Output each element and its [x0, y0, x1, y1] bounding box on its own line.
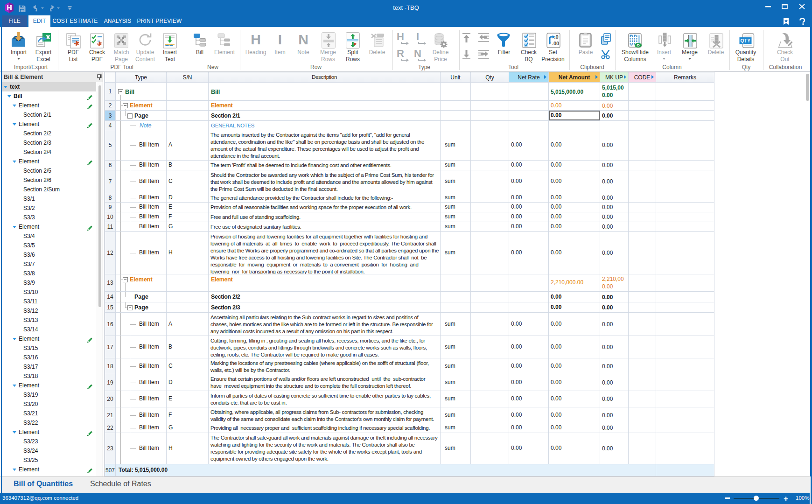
svg-text:I: I	[278, 32, 282, 47]
svg-text:.0: .0	[554, 34, 558, 40]
svg-text:H: H	[397, 32, 404, 42]
svg-text:H: H	[251, 32, 261, 47]
svg-text:QTY: QTY	[740, 38, 750, 43]
svg-text:.00: .00	[552, 41, 559, 46]
svg-text:I: I	[416, 32, 419, 42]
svg-text:N: N	[298, 32, 308, 47]
svg-text:R: R	[397, 49, 404, 59]
